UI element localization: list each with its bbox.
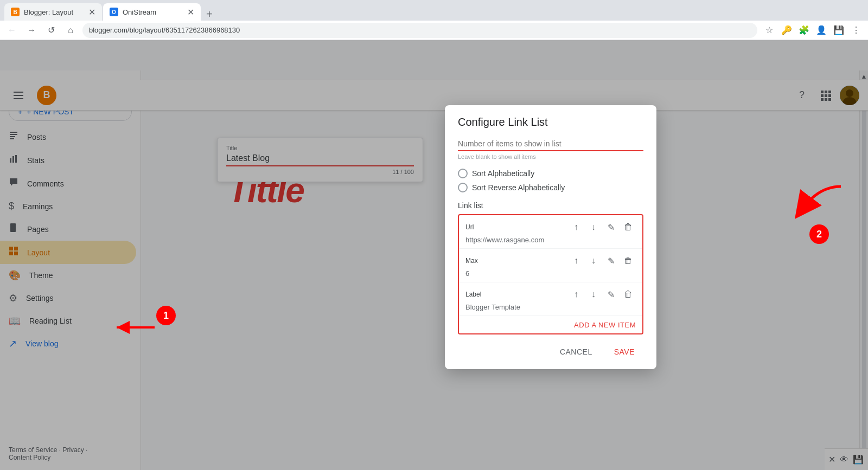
label-field-value: Blogger Template [465, 303, 636, 311]
tab-blogger-layout[interactable]: B Blogger: Layout ✕ [4, 3, 102, 21]
configure-link-list-dialog: Configure Link List Leave blank to show … [445, 105, 656, 369]
link-row-max: Max ↑ ↓ ✎ 🗑 6 [459, 249, 642, 282]
home-button[interactable]: ⌂ [63, 23, 78, 38]
url-up-btn[interactable]: ↑ [569, 220, 584, 235]
forward-button[interactable]: → [24, 23, 39, 38]
bar-icons: ☆ 🔑 🧩 👤 💾 ⋮ [762, 23, 864, 38]
reload-button[interactable]: ↺ [43, 23, 59, 38]
max-down-btn[interactable]: ↓ [586, 253, 601, 268]
link-row-url: Url ↑ ↓ ✎ 🗑 https://www.rasgane.com [459, 215, 642, 249]
max-field-label: Max [465, 257, 478, 265]
sort-alpha-radio[interactable] [458, 169, 468, 178]
max-edit-btn[interactable]: ✎ [603, 253, 618, 268]
label-down-btn[interactable]: ↓ [586, 287, 601, 302]
add-new-item-button[interactable]: ADD A NEW ITEM [574, 321, 636, 329]
browser-chrome: B Blogger: Layout ✕ O OniStream ✕ + [0, 0, 868, 21]
max-row-actions: ↑ ↓ ✎ 🗑 [569, 253, 636, 268]
sort-alpha-option[interactable]: Sort Alphabetically [458, 169, 643, 178]
label-edit-btn[interactable]: ✎ [603, 287, 618, 302]
number-field: Leave blank to show all items [458, 137, 643, 160]
label-row-actions: ↑ ↓ ✎ 🗑 [569, 287, 636, 302]
save-button[interactable]: SAVE [605, 343, 643, 360]
cancel-button[interactable]: CANCEL [551, 343, 601, 360]
link-list-section: Link list Url ↑ ↓ ✎ 🗑 [458, 201, 643, 334]
blogger-favicon: B [11, 8, 20, 16]
bitwarden-icon[interactable]: 🔑 [779, 23, 794, 38]
url-field-label: Url [465, 223, 474, 231]
number-hint: Leave blank to show all items [458, 153, 643, 160]
close-tab-onistream[interactable]: ✕ [187, 7, 194, 17]
label-delete-btn[interactable]: 🗑 [621, 287, 636, 302]
save-icon[interactable]: 💾 [831, 23, 846, 38]
sort-options: Sort Alphabetically Sort Reverse Alphabe… [458, 169, 643, 192]
url-bar[interactable]: blogger.com/blog/layout/6351172623866968… [82, 23, 757, 38]
max-up-btn[interactable]: ↑ [569, 253, 584, 268]
back-button[interactable]: ← [4, 23, 20, 38]
tab-blogger-label: Blogger: Layout [24, 8, 73, 16]
annotation-2-group: 2 [787, 181, 852, 244]
url-down-btn[interactable]: ↓ [586, 220, 601, 235]
link-row-url-header: Url ↑ ↓ ✎ 🗑 [465, 220, 636, 235]
circle-2: 2 [809, 224, 829, 244]
sort-reverse-option[interactable]: Sort Reverse Alphabetically [458, 183, 643, 192]
menu-icon[interactable]: ⋮ [848, 23, 864, 38]
link-list-table: Url ↑ ↓ ✎ 🗑 https://www.rasgane.com [458, 214, 643, 334]
annotation-arrow-1 [106, 317, 160, 340]
user-profile-icon[interactable]: 👤 [814, 23, 829, 38]
url-text: blogger.com/blog/layout/6351172623866968… [89, 26, 240, 34]
max-delete-btn[interactable]: 🗑 [621, 253, 636, 268]
url-edit-btn[interactable]: ✎ [603, 220, 618, 235]
url-row-actions: ↑ ↓ ✎ 🗑 [569, 220, 636, 235]
label-up-btn[interactable]: ↑ [569, 287, 584, 302]
extension-icon[interactable]: 🧩 [796, 23, 812, 38]
browser-tabs: B Blogger: Layout ✕ O OniStream ✕ + [4, 0, 864, 21]
link-list-label: Link list [458, 201, 643, 210]
add-tab-button[interactable]: + [202, 8, 217, 21]
sort-reverse-label: Sort Reverse Alphabetically [472, 183, 565, 192]
label-field-label: Label [465, 291, 481, 298]
tab-onistream[interactable]: O OniStream ✕ [103, 3, 201, 21]
dialog-footer: CANCEL SAVE [445, 334, 656, 369]
sort-reverse-radio[interactable] [458, 183, 468, 192]
link-row-max-header: Max ↑ ↓ ✎ 🗑 [465, 253, 636, 268]
close-tab-blogger[interactable]: ✕ [88, 7, 95, 17]
dialog-overlay [0, 40, 868, 470]
number-input[interactable] [458, 137, 643, 151]
tab-onistream-label: OniStream [123, 8, 156, 16]
onistream-favicon: O [110, 8, 118, 16]
sort-alpha-label: Sort Alphabetically [472, 169, 534, 178]
bookmark-star-icon[interactable]: ☆ [762, 23, 777, 38]
link-row-label: Label ↑ ↓ ✎ 🗑 Blogger Template [459, 282, 642, 316]
annotation-arrow-2 [787, 181, 852, 224]
link-row-label-header: Label ↑ ↓ ✎ 🗑 [465, 287, 636, 302]
dialog-title: Configure Link List [445, 105, 656, 137]
browser-address-bar: ← → ↺ ⌂ blogger.com/blog/layout/63511726… [0, 21, 868, 40]
add-item-row: ADD A NEW ITEM [459, 316, 642, 333]
url-field-value: https://www.rasgane.com [465, 236, 636, 244]
max-field-value: 6 [465, 269, 636, 278]
url-delete-btn[interactable]: 🗑 [621, 220, 636, 235]
dialog-body: Leave blank to show all items Sort Alpha… [445, 137, 656, 334]
